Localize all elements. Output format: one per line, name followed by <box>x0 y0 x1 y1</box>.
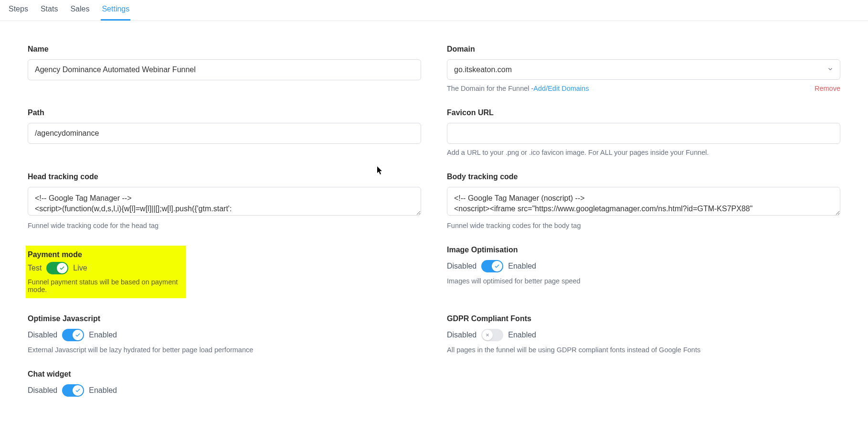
path-input[interactable] <box>28 123 421 144</box>
payment-mode-label: Payment mode <box>28 250 180 259</box>
field-name: Name <box>28 45 421 92</box>
optimise-js-help: External Javascript will be lazy hydrate… <box>28 346 421 354</box>
chat-widget-label: Chat widget <box>28 370 421 379</box>
name-label: Name <box>28 45 421 54</box>
field-optimise-js: Optimise Javascript Disabled Enabled Ext… <box>28 314 421 354</box>
chat-widget-disabled-label: Disabled <box>28 386 57 395</box>
image-opt-help: Images will optimised for better page sp… <box>447 277 840 285</box>
remove-domain-link[interactable]: Remove <box>815 85 840 92</box>
close-icon <box>482 330 493 340</box>
favicon-label: Favicon URL <box>447 108 840 117</box>
settings-form: Name Domain go.itskeaton.com The Domain … <box>0 21 868 416</box>
gdpr-fonts-toggle[interactable] <box>481 329 503 341</box>
payment-mode-help: Funnel payment status will be based on p… <box>28 278 180 293</box>
chat-widget-toggle[interactable] <box>62 384 84 397</box>
field-chat-widget: Chat widget Disabled Enabled <box>28 370 421 397</box>
chat-widget-enabled-label: Enabled <box>89 386 117 395</box>
payment-mode-toggle[interactable] <box>46 262 68 274</box>
check-icon <box>73 385 83 396</box>
field-body-tracking: Body tracking code Funnel wide tracking … <box>447 173 840 229</box>
tab-settings[interactable]: Settings <box>101 0 130 21</box>
optimise-js-enabled-label: Enabled <box>89 331 117 339</box>
tab-sales[interactable]: Sales <box>69 0 90 21</box>
optimise-js-disabled-label: Disabled <box>28 331 57 339</box>
field-path: Path <box>28 108 421 156</box>
head-tracking-help: Funnel wide tracking code for the head t… <box>28 222 421 229</box>
image-opt-enabled-label: Enabled <box>508 262 536 271</box>
check-icon <box>57 263 67 273</box>
domain-help: The Domain for the Funnel -Add/Edit Doma… <box>447 85 840 92</box>
body-tracking-label: Body tracking code <box>447 173 840 181</box>
body-tracking-help: Funnel wide tracking codes for the body … <box>447 222 840 229</box>
image-opt-toggle[interactable] <box>481 260 503 272</box>
check-icon <box>492 261 502 271</box>
gdpr-fonts-help: All pages in the funnel will be using GD… <box>447 346 840 354</box>
field-head-tracking: Head tracking code Funnel wide tracking … <box>28 173 421 229</box>
gdpr-fonts-enabled-label: Enabled <box>508 331 536 339</box>
field-gdpr-fonts: GDPR Compliant Fonts Disabled Enabled Al… <box>447 314 840 354</box>
gdpr-fonts-disabled-label: Disabled <box>447 331 476 339</box>
image-opt-disabled-label: Disabled <box>447 262 476 271</box>
image-opt-label: Image Optimisation <box>447 246 840 254</box>
payment-mode-test-label: Test <box>28 264 42 272</box>
tab-stats[interactable]: Stats <box>40 0 59 21</box>
field-domain: Domain go.itskeaton.com The Domain for t… <box>447 45 840 92</box>
optimise-js-toggle[interactable] <box>62 329 84 341</box>
body-tracking-textarea[interactable] <box>447 187 840 216</box>
head-tracking-textarea[interactable] <box>28 187 421 216</box>
favicon-input[interactable] <box>447 123 840 144</box>
field-favicon: Favicon URL Add a URL to your .png or .i… <box>447 108 840 156</box>
gdpr-fonts-label: GDPR Compliant Fonts <box>447 314 840 323</box>
check-icon <box>73 330 83 340</box>
domain-select[interactable]: go.itskeaton.com <box>447 59 840 80</box>
head-tracking-label: Head tracking code <box>28 173 421 181</box>
favicon-help: Add a URL to your .png or .ico favicon i… <box>447 149 840 156</box>
payment-mode-live-label: Live <box>73 264 87 272</box>
add-edit-domains-link[interactable]: Add/Edit Domains <box>533 85 589 92</box>
name-input[interactable] <box>28 59 421 80</box>
field-image-optimisation: Image Optimisation Disabled Enabled Imag… <box>447 246 840 298</box>
domain-label: Domain <box>447 45 840 54</box>
nav-tabs: Steps Stats Sales Settings <box>0 0 868 21</box>
path-label: Path <box>28 108 421 117</box>
field-payment-mode: Payment mode Test Live Funnel payment st… <box>28 246 421 298</box>
tab-steps[interactable]: Steps <box>8 0 29 21</box>
optimise-js-label: Optimise Javascript <box>28 314 421 323</box>
